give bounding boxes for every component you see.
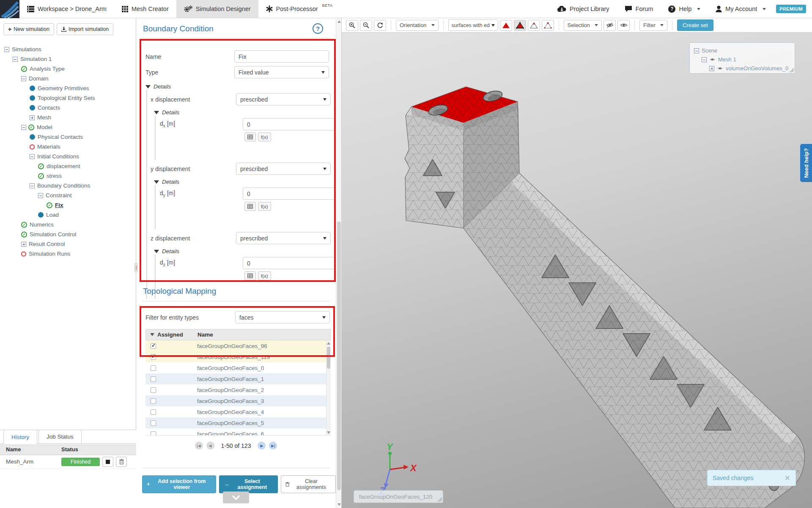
scrollbar-thumb[interactable] <box>337 221 341 490</box>
close-icon[interactable]: ✕ <box>785 474 790 483</box>
z-displacement-select[interactable]: prescribed <box>236 232 331 244</box>
scrollbar-thumb[interactable] <box>327 347 330 369</box>
import-simulation-button[interactable]: Import simulation <box>57 23 113 35</box>
tab-simulation-designer[interactable]: Simulation Designer <box>176 0 258 18</box>
table-row[interactable]: faceGroupOnGeoFaces_0 <box>145 362 331 373</box>
assigned-checkbox[interactable] <box>151 376 156 382</box>
next-page-button[interactable]: ▶ <box>258 442 266 450</box>
tree-item-simulation-runs[interactable]: Simulation Runs <box>4 249 136 259</box>
my-account-menu[interactable]: My Account <box>708 6 774 12</box>
y-displacement-select[interactable]: prescribed <box>236 163 331 175</box>
add-selection-button[interactable]: + Add selection from viewer <box>142 475 216 493</box>
create-set-button[interactable]: Create set <box>677 19 713 31</box>
collapse-icon[interactable] <box>38 193 43 198</box>
first-page-button[interactable]: |◀ <box>195 442 203 450</box>
formula-button[interactable]: f(x) <box>258 133 271 141</box>
panel-resize-grip[interactable] <box>134 263 137 272</box>
last-page-button[interactable]: ▶| <box>269 442 277 450</box>
render-mode-select[interactable]: surfaces with ed <box>448 19 498 31</box>
name-input[interactable] <box>234 50 329 63</box>
formula-button[interactable]: f(x) <box>258 202 271 211</box>
collapse-icon[interactable] <box>13 57 18 62</box>
assigned-checkbox[interactable] <box>151 387 156 393</box>
app-logo[interactable] <box>0 0 19 18</box>
tree-item-geometry-primitives[interactable]: Geometry Primitives <box>4 83 136 93</box>
collapse-icon[interactable] <box>21 76 26 81</box>
assigned-checkbox[interactable] <box>151 431 156 436</box>
tree-item-simulation-control[interactable]: Simulation Control <box>4 229 136 239</box>
refresh-view-button[interactable] <box>374 20 386 31</box>
panel-help-button[interactable] <box>313 23 323 34</box>
dz-value-input[interactable] <box>243 257 336 269</box>
panel-scrollbar[interactable] <box>336 18 341 508</box>
collapse-icon[interactable] <box>4 47 9 52</box>
3d-viewport[interactable]: Scene Mesh 1 volumeOnGeoVolumes_0 Y X <box>342 33 812 508</box>
expand-icon[interactable] <box>30 115 35 120</box>
table-scrollbar[interactable] <box>326 341 331 435</box>
scene-tree-item-mesh[interactable]: Mesh 1 <box>694 55 795 64</box>
details-toggle[interactable]: Details <box>145 83 336 90</box>
collapse-icon[interactable] <box>694 48 699 53</box>
expand-icon[interactable] <box>21 242 26 247</box>
eye-icon[interactable] <box>709 57 716 62</box>
tree-item-numerics[interactable]: Numerics <box>4 220 136 229</box>
dx-value-input[interactable] <box>243 118 336 130</box>
tree-item-topological-entity-sets[interactable]: Topological Entity Sets <box>4 93 136 103</box>
table-header[interactable]: Assigned Name <box>145 329 331 340</box>
collapse-panel-button[interactable] <box>223 491 249 503</box>
scene-tree-item-scene[interactable]: Scene <box>694 46 795 55</box>
details-toggle[interactable]: Details <box>154 248 336 254</box>
scene-tree-item-volume[interactable]: volumeOnGeoVolumes_0 <box>694 64 795 73</box>
table-row[interactable]: faceGroupOnGeoFaces_119 <box>145 351 331 362</box>
select-assignment-button[interactable]: → Select assignment <box>219 475 277 493</box>
workspace-breadcrumb[interactable]: Workspace > Drone_Arm <box>19 0 114 18</box>
prev-page-button[interactable]: ◀ <box>206 442 214 450</box>
table-row[interactable]: faceGroupOnGeoFaces_3 <box>145 395 331 406</box>
tree-item-simulation-1[interactable]: Simulation 1 <box>4 54 136 64</box>
tree-item-stress[interactable]: stress <box>4 171 136 181</box>
x-displacement-select[interactable]: prescribed <box>236 93 331 105</box>
tree-item-materials[interactable]: Materials <box>4 142 136 152</box>
tree-item-model[interactable]: Model <box>4 122 136 132</box>
history-row[interactable]: Mesh_Arm Finished <box>0 455 136 469</box>
help-menu[interactable]: Help <box>661 6 708 13</box>
tab-mesh-creator[interactable]: Mesh Creator <box>114 0 176 18</box>
table-row[interactable]: faceGroupOnGeoFaces_96 <box>145 340 331 351</box>
tree-item-domain[interactable]: Domain <box>4 74 136 83</box>
selection-menu[interactable]: Selection <box>564 20 602 31</box>
table-row[interactable]: faceGroupOnGeoFaces_6 <box>145 428 331 436</box>
render-wireframe-button[interactable] <box>528 20 540 31</box>
render-surfaces-button[interactable] <box>500 20 512 31</box>
tab-post-processor[interactable]: Post-Processor BETA <box>258 0 340 18</box>
assigned-checkbox[interactable] <box>151 365 156 371</box>
render-surfaces-edges-button[interactable] <box>514 20 526 31</box>
table-row[interactable]: faceGroupOnGeoFaces_2 <box>145 384 331 395</box>
table-row[interactable]: faceGroupOnGeoFaces_4 <box>145 406 331 417</box>
resize-handle-icon[interactable] <box>790 68 794 72</box>
hide-selected-button[interactable] <box>604 20 616 31</box>
zoom-in-button[interactable] <box>346 20 358 31</box>
scene-tree-overlay[interactable]: Scene Mesh 1 volumeOnGeoVolumes_0 <box>689 42 795 74</box>
tree-item-displacement[interactable]: displacement <box>4 161 136 171</box>
table-input-button[interactable] <box>244 202 256 211</box>
tree-item-result-control[interactable]: Result Control <box>4 239 136 249</box>
dy-value-input[interactable] <box>243 188 336 200</box>
table-row[interactable]: faceGroupOnGeoFaces_5 <box>145 417 331 428</box>
assigned-checkbox[interactable] <box>151 354 156 360</box>
tree-item-simulations[interactable]: Simulations <box>4 44 136 54</box>
formula-button[interactable]: f(x) <box>258 271 271 280</box>
stop-job-button[interactable] <box>102 457 113 467</box>
forum-link[interactable]: Forum <box>617 6 661 12</box>
tab-job-status[interactable]: Job Status <box>38 430 82 443</box>
details-toggle[interactable]: Details <box>154 179 336 185</box>
delete-job-button[interactable] <box>116 457 127 467</box>
orientation-menu[interactable]: Orientation <box>396 20 439 31</box>
tree-item-physical-contacts[interactable]: Physical Contacts <box>4 132 136 142</box>
filter-menu[interactable]: Filter <box>639 20 667 31</box>
tree-item-constraint[interactable]: Constraint <box>4 190 136 200</box>
assigned-checkbox[interactable] <box>151 420 156 426</box>
tree-item-load[interactable]: Load <box>4 210 136 220</box>
project-library-link[interactable]: Project Library <box>550 6 617 12</box>
expand-icon[interactable] <box>709 66 714 71</box>
collapse-icon[interactable] <box>21 125 26 130</box>
